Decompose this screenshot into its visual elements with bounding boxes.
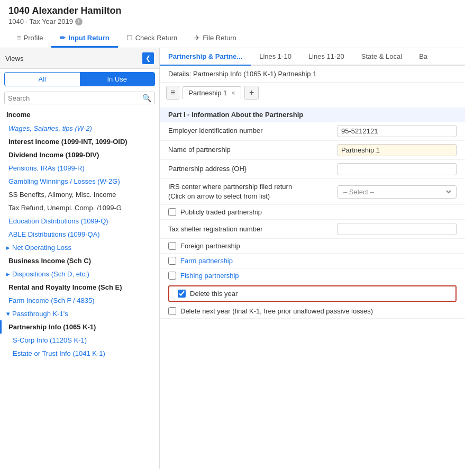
partnership-address-label: Partnership address {OH} [168,164,338,174]
foreign-partnership-label[interactable]: Foreign partnership [180,242,240,250]
view-toggle-group: All In Use [4,72,155,86]
sub-tab-partnership[interactable]: Partnership & Partne... [160,48,251,66]
delete-this-year-label[interactable]: Delete this year [190,290,238,298]
sub-tabs: Partnership & Partne... Lines 1-10 Lines… [160,48,465,66]
publicly-traded-checkbox[interactable] [168,208,176,216]
farm-partnership-checkbox[interactable] [168,257,176,265]
add-partnership-tab-button[interactable]: + [244,86,259,100]
input-return-tab-icon: ✏ [60,34,66,42]
tab-check-return[interactable]: ☐ Check Return [118,30,186,48]
delete-next-year-checkbox[interactable] [168,307,176,315]
form-row-employer-id: Employer identification number [160,122,465,141]
sidebar-item-rental[interactable]: Rental and Royalty Income (Sch E) [0,281,159,294]
partnership-name-input[interactable] [338,144,457,156]
sub-tab-lines-1-10[interactable]: Lines 1-10 [251,48,300,66]
irs-center-select[interactable]: – Select – [341,187,453,196]
partnership-tabs: ≡ Partneship 1 × + [160,83,465,103]
form-row-tax-shelter: Tax shelter registration number [160,220,465,239]
sidebar-item-net-operating-loss[interactable]: ▸ Net Operating Loss [0,241,159,254]
sidebar-item-partnership-info[interactable]: Partnership Info (1065 K-1) [0,320,159,334]
sub-tab-state-local[interactable]: State & Local [353,48,411,66]
foreign-partnership-row: Foreign partnership [160,239,465,254]
tab-file-return[interactable]: ✈ File Return [186,30,245,48]
app-header: 1040 Alexander Hamilton 1040 · Tax Year … [0,0,465,48]
farm-partnership-row: Farm partnership [160,254,465,268]
sub-tab-ba[interactable]: Ba [411,48,436,66]
farm-partnership-label[interactable]: Farm partnership [180,257,233,265]
partnership-tab-1[interactable]: Partneship 1 × [183,86,241,100]
irs-center-label: IRS center where partnership filed retur… [168,182,338,201]
sidebar-item-tax-refund[interactable]: Tax Refund, Unempl. Comp. /1099-G [0,201,159,214]
toggle-all[interactable]: All [5,73,80,86]
page-title: 1040 Alexander Hamilton [8,5,457,16]
fishing-partnership-checkbox[interactable] [168,272,176,280]
form-row-irs-center: IRS center where partnership filed retur… [160,179,465,205]
menu-button[interactable]: ≡ [166,86,179,100]
partnership-name-label: Name of partnership [168,145,338,155]
check-return-tab-icon: ☐ [126,34,133,42]
sidebar-item-dividend[interactable]: Dividend Income (1099-DIV) [0,148,159,161]
sidebar-list: Income Wages, Salaries, tips (W-2) Inter… [0,107,159,469]
expand-icon-3: ▾ [6,310,10,318]
partnership-tab-label: Partneship 1 [188,89,227,97]
expand-icon: ▸ [6,244,10,252]
form-area: Part I - Information About the Partnersh… [160,103,465,469]
fishing-partnership-row: Fishing partnership [160,268,465,283]
search-input[interactable] [8,94,142,102]
tab-profile[interactable]: ≡ Profile [8,30,51,48]
close-partnership-tab-icon[interactable]: × [231,89,235,97]
form-row-partnership-address: Partnership address {OH} [160,160,465,179]
expand-icon-2: ▸ [6,270,10,278]
search-icon: 🔍 [142,94,151,102]
part1-header: Part I - Information About the Partnersh… [160,107,465,122]
sub-tab-lines-11-20[interactable]: Lines 11-20 [300,48,353,66]
content-area: Partnership & Partne... Lines 1-10 Lines… [160,48,465,469]
details-header: Details: Partnership Info (1065 K-1) Par… [160,66,465,83]
views-label: Views [5,55,23,62]
partnership-address-input[interactable] [338,163,457,175]
tax-shelter-label: Tax shelter registration number [168,224,338,234]
tab-input-return[interactable]: ✏ Input Return [51,30,117,48]
sidebar-item-interest[interactable]: Interest Income (1099-INT, 1099-OID) [0,135,159,148]
file-return-tab-icon: ✈ [194,34,200,42]
sidebar-item-ss-benefits[interactable]: SS Benefits, Alimony, Misc. Income [0,188,159,201]
publicly-traded-row: Publicly traded partnership [160,205,465,220]
subtitle-text: 1040 · Tax Year 2019 [8,17,73,25]
toggle-in-use[interactable]: In Use [80,73,155,86]
employer-id-label: Employer identification number [168,126,338,136]
profile-tab-icon: ≡ [17,34,21,42]
collapse-sidebar-button[interactable]: ❮ [142,52,154,64]
delete-next-year-label[interactable]: Delete next year (final K-1, free prior … [180,307,373,315]
info-icon[interactable]: i [75,18,83,25]
sidebar-item-estate-trust[interactable]: Estate or Trust Info (1041 K-1) [0,347,159,360]
sidebar-section-income: Income [0,107,159,122]
main-layout: Views ❮ All In Use 🔍 Income Wages, Salar… [0,48,465,469]
employer-id-input[interactable] [338,125,457,137]
irs-center-select-container[interactable]: – Select – [338,185,457,199]
sidebar-item-dispositions[interactable]: ▸ Dispositions (Sch D, etc.) [0,267,159,281]
sidebar-item-farm-income[interactable]: Farm Income (Sch F / 4835) [0,294,159,307]
form-row-partnership-name: Name of partnership [160,141,465,160]
main-tabs: ≡ Profile ✏ Input Return ☐ Check Return … [8,30,457,48]
sidebar-item-gambling[interactable]: Gambling Winnings / Losses (W-2G) [0,175,159,188]
header-subtitle: 1040 · Tax Year 2019 i [8,17,457,25]
sidebar-item-scorp-info[interactable]: S-Corp Info (1120S K-1) [0,334,159,347]
search-box: 🔍 [4,92,155,104]
tax-shelter-input[interactable] [338,223,457,235]
delete-next-year-row: Delete next year (final K-1, free prior … [160,304,465,319]
sidebar: Views ❮ All In Use 🔍 Income Wages, Salar… [0,48,160,469]
views-header: Views ❮ [0,48,159,69]
sidebar-item-business-income[interactable]: Business Income (Sch C) [0,254,159,267]
sidebar-item-wages[interactable]: Wages, Salaries, tips (W-2) [0,122,159,135]
fishing-partnership-label[interactable]: Fishing partnership [180,272,239,280]
delete-this-year-checkbox[interactable] [178,290,186,298]
sidebar-item-pensions[interactable]: Pensions, IRAs (1099-R) [0,161,159,175]
foreign-partnership-checkbox[interactable] [168,242,176,250]
sidebar-item-education[interactable]: Education Distributions (1099-Q) [0,214,159,228]
publicly-traded-label[interactable]: Publicly traded partnership [180,208,262,216]
sidebar-item-able[interactable]: ABLE Distributions (1099-QA) [0,228,159,241]
delete-this-year-row: Delete this year [168,285,457,302]
sidebar-item-passthrough[interactable]: ▾ Passthrough K-1's [0,307,159,320]
